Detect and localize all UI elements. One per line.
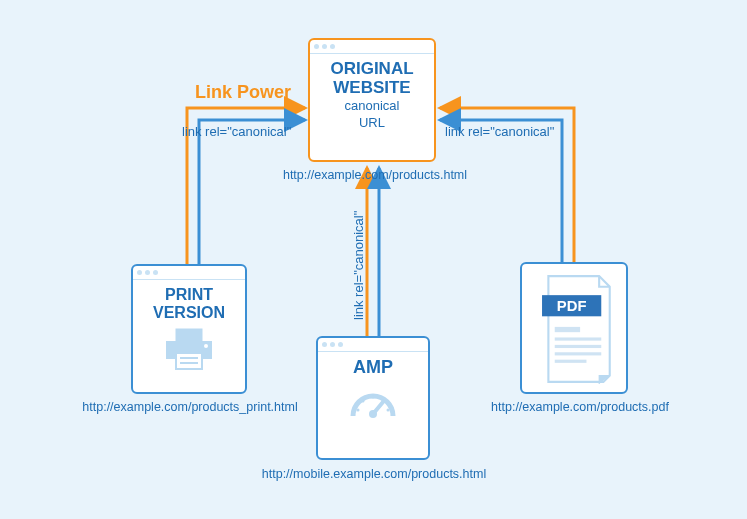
printer-icon <box>162 327 216 371</box>
svg-rect-19 <box>555 345 602 348</box>
svg-point-10 <box>357 408 360 411</box>
pdf-url: http://example.com/products.pdf <box>470 400 690 414</box>
window-chrome <box>310 40 434 54</box>
amp-title: AMP <box>326 358 420 378</box>
svg-rect-2 <box>176 329 202 341</box>
svg-rect-17 <box>555 327 580 332</box>
svg-rect-4 <box>176 353 202 369</box>
rel-canonical-center: link rel="canonical" <box>351 211 366 320</box>
svg-point-7 <box>204 344 208 348</box>
original-subtitle-1: canonical <box>318 99 426 113</box>
original-subtitle-2: URL <box>318 116 426 130</box>
original-title-2: WEBSITE <box>318 79 426 98</box>
svg-line-9 <box>373 402 383 414</box>
svg-point-14 <box>387 408 390 411</box>
rel-canonical-right: link rel="canonical" <box>445 124 554 139</box>
link-power-label: Link Power <box>195 82 291 103</box>
svg-rect-18 <box>555 337 602 340</box>
svg-rect-20 <box>555 352 602 355</box>
window-chrome <box>133 266 245 280</box>
node-amp: AMP <box>316 336 430 460</box>
svg-point-11 <box>362 399 365 402</box>
svg-rect-21 <box>555 360 587 363</box>
node-pdf: PDF PDF <box>520 262 628 394</box>
amp-url: http://mobile.example.com/products.html <box>250 467 498 481</box>
node-print-version: PRINT VERSION <box>131 264 247 394</box>
svg-point-13 <box>382 399 385 402</box>
original-title-1: ORIGINAL <box>318 60 426 79</box>
original-url: http://example.com/products.html <box>270 168 480 182</box>
print-title-2: VERSION <box>141 304 237 322</box>
pdf-file-icon: PDF <box>538 274 610 384</box>
node-original-website: ORIGINAL WEBSITE canonical URL <box>308 38 436 162</box>
svg-text:PDF: PDF <box>557 298 587 314</box>
rel-canonical-left: link rel="canonical" <box>182 124 291 139</box>
print-title-1: PRINT <box>141 286 237 304</box>
print-url: http://example.com/products_print.html <box>70 400 310 414</box>
gauge-icon <box>349 384 397 420</box>
svg-point-12 <box>372 395 375 398</box>
window-chrome <box>318 338 428 352</box>
